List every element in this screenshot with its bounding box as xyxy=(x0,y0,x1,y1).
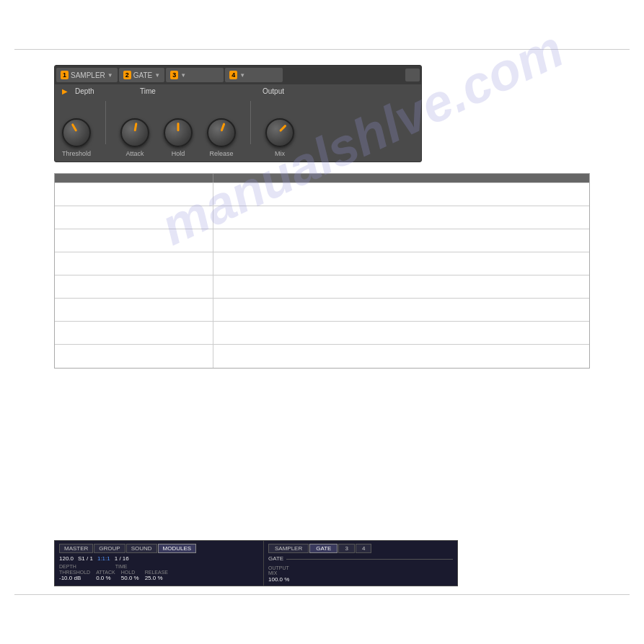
hold-param-label: HOLD xyxy=(121,570,139,575)
attack-param-val: 0.0 % xyxy=(96,575,115,581)
release-param-val: 25.0 % xyxy=(145,575,168,581)
tab-4[interactable]: 4 ▼ xyxy=(225,68,283,82)
pos-track: S1 / 1 xyxy=(78,555,93,562)
table-row xyxy=(55,183,589,206)
tab-num-4: 4 xyxy=(229,71,237,79)
table-cell-7-1 xyxy=(55,322,213,344)
section-arrow: ▶ xyxy=(62,87,68,95)
release-knob[interactable] xyxy=(207,118,236,147)
table-row xyxy=(55,345,589,368)
table-row xyxy=(55,322,589,345)
status-right-tab-sampler[interactable]: SAMPLER xyxy=(268,544,309,553)
status-tab-sound[interactable]: SOUND xyxy=(126,544,157,553)
tab-num-3: 3 xyxy=(170,71,178,79)
plugin-container: 1 SAMPLER ▼ 2 GATE ▼ 3 ▼ 4 ▼ ▶ Depth Tim… xyxy=(54,65,422,162)
release-param-label: RELEASE xyxy=(145,570,168,575)
hold-group: HOLD 50.0 % xyxy=(121,570,139,581)
table-cell-4-1 xyxy=(55,252,213,275)
table-cell-7-2 xyxy=(213,322,589,344)
table-cell-3-1 xyxy=(55,229,213,252)
knob-item-hold: Hold xyxy=(164,118,193,157)
time-section-label: TIME xyxy=(115,564,128,569)
table-header-row xyxy=(55,174,589,183)
arrow-area: ▶ xyxy=(62,87,75,95)
threshold-label: Threshold xyxy=(62,150,91,157)
threshold-param-val: -10.0 dB xyxy=(59,575,90,581)
pos-beat: 1:1:1 xyxy=(97,555,110,562)
mix-param-val: 100.0 % xyxy=(268,576,289,583)
table-row xyxy=(55,206,589,229)
tab-3[interactable]: 3 ▼ xyxy=(166,68,224,82)
mix-label: Mix xyxy=(275,150,285,157)
release-group: RELEASE 25.0 % xyxy=(145,570,168,581)
tab-arrow-4: ▼ xyxy=(239,72,245,79)
tab-label-sampler: SAMPLER xyxy=(71,71,105,79)
mix-param-label: MIX xyxy=(268,570,277,575)
table-row xyxy=(55,275,589,299)
tab-gate[interactable]: 2 GATE ▼ xyxy=(119,68,164,82)
attack-param-label: ATTACK xyxy=(96,570,115,575)
mix-knob[interactable] xyxy=(265,118,294,147)
table-cell-2-1 xyxy=(55,206,213,229)
tab-label-gate: GATE xyxy=(133,71,152,79)
bottom-rule xyxy=(14,594,630,595)
output-row: OUTPUT xyxy=(268,565,453,570)
tab-sampler[interactable]: 1 SAMPLER ▼ xyxy=(56,68,118,82)
knob-item-threshold: Threshold xyxy=(62,118,91,157)
table-cell-1-1 xyxy=(55,183,213,206)
sep-depth-time xyxy=(105,101,106,144)
tab-arrow-3: ▼ xyxy=(180,72,186,79)
status-right-tab-gate[interactable]: GATE xyxy=(309,544,338,553)
status-left-tabs: MASTER GROUP SOUND MODULES xyxy=(59,544,259,553)
table-cell-2-2 xyxy=(213,206,589,229)
status-right-panel: SAMPLER GATE 3 4 GATE OUTPUT MIX 100.0 % xyxy=(264,541,457,586)
release-label: Release xyxy=(210,150,234,157)
status-tab-group[interactable]: GROUP xyxy=(94,544,125,553)
time-label: Time xyxy=(140,87,263,95)
status-tab-modules[interactable]: MODULES xyxy=(158,544,197,553)
table-row xyxy=(55,252,589,275)
top-rule xyxy=(14,49,630,50)
knobs-row: Threshold Attack Hold Release Mix xyxy=(55,95,421,162)
gate-label: GATE xyxy=(268,555,283,562)
threshold-knob[interactable] xyxy=(62,118,91,147)
status-tab-master[interactable]: MASTER xyxy=(59,544,93,553)
status-left-panel: MASTER GROUP SOUND MODULES 120.0 S1 / 1 … xyxy=(55,541,264,586)
knob-item-release: Release xyxy=(207,118,236,157)
pos-step: 1 / 16 xyxy=(115,555,129,562)
knob-item-mix: Mix xyxy=(265,118,294,157)
params-row: THRESHOLD -10.0 dB ATTACK 0.0 % HOLD 50.… xyxy=(59,570,259,581)
section-labels: ▶ Depth Time Output xyxy=(55,84,421,95)
sep-time-output xyxy=(250,101,251,144)
attack-group: ATTACK 0.0 % xyxy=(96,570,115,581)
table-header-col2 xyxy=(213,174,589,182)
table-cell-5-1 xyxy=(55,275,213,298)
output-section-label: OUTPUT xyxy=(268,565,289,570)
tab-bar: 1 SAMPLER ▼ 2 GATE ▼ 3 ▼ 4 ▼ xyxy=(55,66,421,84)
table-cell-3-2 xyxy=(213,229,589,252)
table-cell-1-2 xyxy=(213,183,589,206)
pos-bpm: 120.0 xyxy=(59,555,74,562)
hold-param-val: 50.0 % xyxy=(121,575,139,581)
status-right-tabs: SAMPLER GATE 3 4 xyxy=(268,544,453,553)
status-right-tab-4[interactable]: 4 xyxy=(356,544,371,553)
table-container xyxy=(54,173,590,369)
depth-section-label: DEPTH xyxy=(59,564,76,569)
menu-button[interactable] xyxy=(405,69,420,81)
table-cell-8-2 xyxy=(213,345,589,368)
output-label: Output xyxy=(263,87,320,95)
table-cell-6-1 xyxy=(55,299,213,321)
tab-arrow-2: ▼ xyxy=(154,72,160,79)
threshold-group: THRESHOLD -10.0 dB xyxy=(59,570,90,581)
tab-num-2: 2 xyxy=(123,71,131,79)
attack-knob[interactable] xyxy=(120,118,149,147)
tab-arrow-1: ▼ xyxy=(107,72,113,79)
hold-knob[interactable] xyxy=(164,118,193,147)
table-cell-4-2 xyxy=(213,252,589,275)
table-row xyxy=(55,299,589,322)
table-cell-8-1 xyxy=(55,345,213,368)
attack-label: Attack xyxy=(126,150,144,157)
status-right-tab-3[interactable]: 3 xyxy=(338,544,354,553)
table-cell-6-2 xyxy=(213,299,589,321)
table-cell-5-2 xyxy=(213,275,589,298)
